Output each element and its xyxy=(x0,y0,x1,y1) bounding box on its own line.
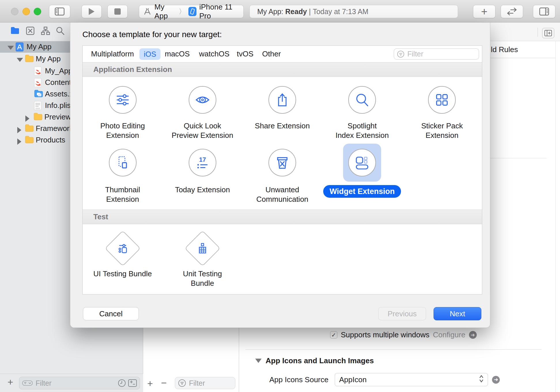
sticker-grid-icon xyxy=(434,92,449,107)
app-icons-source-row: App Icons Source AppIcon ➜ xyxy=(269,373,500,386)
folder-icon xyxy=(10,26,20,35)
stop-button[interactable] xyxy=(107,5,128,18)
source-control-status-icon[interactable] xyxy=(128,379,137,387)
app-scheme-icon xyxy=(143,7,152,16)
tree-label: My App xyxy=(36,54,61,63)
add-file-button[interactable]: + xyxy=(7,376,13,388)
template-label-line: Bundle xyxy=(183,279,222,288)
stop-icon xyxy=(114,8,121,15)
project-doc-icon xyxy=(16,42,25,52)
source-control-navigator-tab[interactable] xyxy=(26,26,35,36)
section-header-test: Test xyxy=(83,210,482,224)
remove-target-button[interactable]: − xyxy=(161,377,167,389)
navigator-filter-input[interactable] xyxy=(35,379,116,388)
minimize-window-button[interactable] xyxy=(22,8,30,15)
run-button[interactable] xyxy=(82,5,102,18)
template-label-line: Sticker Pack xyxy=(421,121,463,131)
tab-tvos[interactable]: tvOS xyxy=(237,46,253,62)
app-icons-arrow-button[interactable]: ➜ xyxy=(492,376,500,384)
template-today-extension[interactable]: 17 Today Extension xyxy=(162,141,242,210)
play-icon xyxy=(88,7,95,16)
empty-cell xyxy=(402,141,482,210)
disclosure-open-icon[interactable] xyxy=(17,58,23,62)
project-navigator-tab[interactable] xyxy=(10,26,20,36)
scheme-device-name: iPhone 11 Pro xyxy=(199,3,239,20)
supports-multiple-windows-label: Supports multiple windows xyxy=(341,330,430,339)
targets-filter-input[interactable] xyxy=(188,379,232,388)
template-photo-editing-extension[interactable]: Photo EditingExtension xyxy=(83,77,162,141)
disclosure-closed-icon[interactable] xyxy=(25,115,29,122)
app-icons-source-popup[interactable]: AppIcon xyxy=(335,373,488,386)
assets-icon xyxy=(34,90,43,99)
disclosure-open-icon[interactable] xyxy=(7,46,14,50)
disclosure-open-icon[interactable] xyxy=(255,359,262,363)
template-label-line: Communication xyxy=(256,195,309,204)
template-filter-field[interactable] xyxy=(394,48,479,60)
template-unwanted-communication[interactable]: UnwantedCommunication xyxy=(242,141,322,210)
folder-icon xyxy=(25,54,34,64)
recent-files-clock-icon[interactable] xyxy=(118,379,126,387)
status-state: Ready xyxy=(285,7,307,16)
simulator-destination-icon xyxy=(188,7,196,16)
status-time: Today at 7:13 AM xyxy=(313,7,368,16)
tab-ios[interactable]: iOS xyxy=(139,48,160,60)
targets-filter-field[interactable] xyxy=(175,377,235,389)
add-target-button[interactable]: + xyxy=(147,378,153,389)
configure-arrow-button[interactable]: ➜ xyxy=(469,331,477,339)
close-window-button[interactable] xyxy=(11,8,18,15)
app-icons-source-label: App Icons Source xyxy=(269,375,328,384)
eye-icon xyxy=(195,92,210,107)
add-editor-button[interactable] xyxy=(542,28,554,38)
version-editor-button[interactable] xyxy=(501,5,523,18)
zoom-window-button[interactable] xyxy=(34,8,41,15)
template-label-line: Extension xyxy=(100,131,145,140)
template-widget-extension-selected[interactable]: Widget Extension xyxy=(322,141,402,210)
template-quick-look-preview-extension[interactable]: Quick LookPreview Extension xyxy=(162,77,242,141)
tree-label: Products xyxy=(36,136,65,144)
next-button[interactable]: Next xyxy=(434,307,481,320)
template-thumbnail-extension[interactable]: ThumbnailExtension xyxy=(83,141,162,210)
folder-icon xyxy=(33,113,43,122)
app-icons-section-header: App Icons and Launch Images xyxy=(255,356,374,365)
add-button[interactable]: + xyxy=(473,5,495,18)
template-share-extension[interactable]: Share Extension xyxy=(242,77,322,141)
template-ui-testing-bundle[interactable]: UI Testing Bundle xyxy=(83,224,162,295)
app-icons-source-value: AppIcon xyxy=(339,375,366,384)
status-separator: | xyxy=(307,7,313,16)
supports-multiple-windows-checkbox[interactable]: ✓ xyxy=(330,331,337,338)
trash-x-icon xyxy=(275,155,290,170)
scheme-project-name: My App xyxy=(154,3,176,20)
template-sticker-pack-extension[interactable]: Sticker PackExtension xyxy=(402,77,482,141)
find-navigator-tab[interactable] xyxy=(56,26,65,36)
editor-right-divider xyxy=(555,41,556,392)
toggle-navigator-button[interactable] xyxy=(49,5,70,18)
disclosure-closed-icon[interactable] xyxy=(17,138,21,145)
template-unit-testing-bundle[interactable]: Unit TestingBundle xyxy=(162,224,242,295)
filter-icon xyxy=(397,50,404,58)
symbol-navigator-tab[interactable] xyxy=(41,26,50,36)
tab-macos[interactable]: macOS xyxy=(165,46,190,62)
template-label-line: UI Testing Bundle xyxy=(93,269,152,279)
template-spotlight-index-extension[interactable]: SpotlightIndex Extension xyxy=(322,77,402,141)
toggle-inspectors-button[interactable] xyxy=(533,5,555,18)
template-label-line: Quick Look xyxy=(172,121,233,131)
template-label-line: Today Extension xyxy=(175,185,230,195)
content-divider xyxy=(245,349,542,350)
scheme-selector[interactable]: My App 〉 iPhone 11 Pro xyxy=(139,5,244,18)
template-filter-input[interactable] xyxy=(407,50,476,58)
previous-button[interactable]: Previous xyxy=(378,307,426,320)
navigator-filter-field[interactable] xyxy=(19,377,140,389)
x-square-icon xyxy=(26,26,35,35)
template-label-line: Unwanted xyxy=(256,185,309,195)
cancel-button[interactable]: Cancel xyxy=(83,307,139,320)
configure-link[interactable]: Configure xyxy=(433,330,466,339)
plist-icon xyxy=(34,101,43,110)
empty-cell xyxy=(242,224,322,295)
section-header-application-extension: Application Extension xyxy=(83,62,482,77)
tab-multiplatform[interactable]: Multiplatform xyxy=(91,46,134,62)
tab-other[interactable]: Other xyxy=(262,46,281,62)
tab-watchos[interactable]: watchOS xyxy=(199,46,230,62)
sliders-icon xyxy=(115,92,130,107)
disclosure-closed-icon[interactable] xyxy=(17,127,21,133)
selected-template-label: Widget Extension xyxy=(323,185,401,198)
